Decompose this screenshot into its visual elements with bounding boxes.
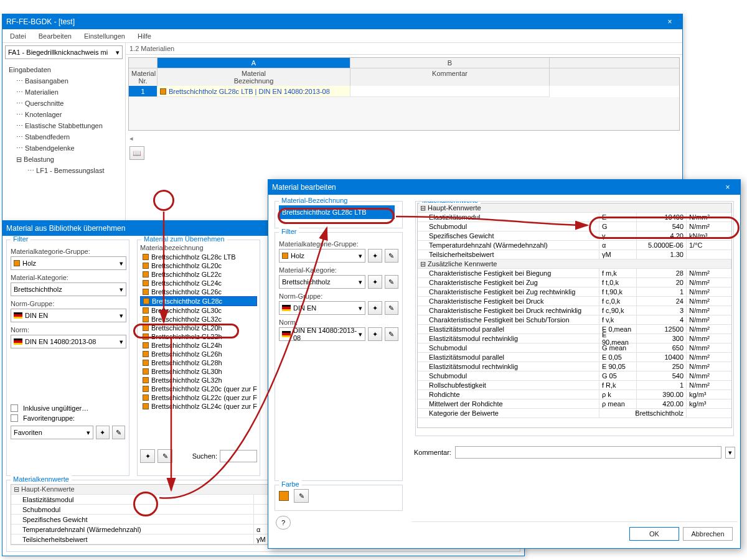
edit-button[interactable]: ✎ <box>157 449 172 463</box>
dlg-cat-combo[interactable]: Brettschichtholz▾ <box>279 275 365 289</box>
cat-combo[interactable]: Brettschichtholz▾ <box>11 282 126 296</box>
tree-item[interactable]: ⋯ Stabendgelenke <box>5 142 123 154</box>
list-item[interactable]: Brettschichtholz GL32c <box>140 315 257 324</box>
tree-item[interactable]: ⋯ Materialien <box>5 86 123 98</box>
list-item[interactable]: Brettschichtholz GL26c <box>140 287 257 296</box>
group-label: Materialkategorie-Gruppe: <box>11 248 125 255</box>
dlg-filter-title: Filter <box>279 228 299 235</box>
dlg-group-combo[interactable]: Holz▾ <box>279 249 365 263</box>
tree-item[interactable]: ⋯ Basisangaben <box>5 75 123 86</box>
list-item[interactable]: Brettschichtholz GL28c LTB <box>140 253 257 261</box>
apply-button[interactable]: ✎ <box>385 249 398 263</box>
material-color-icon <box>143 360 149 366</box>
prop-row: Rohdichteρ k390.00kg/m³ <box>418 390 731 399</box>
material-color-icon <box>143 403 149 409</box>
apply-button[interactable]: ✎ <box>385 301 398 315</box>
tree-item[interactable]: ⋯ Elastische Stabbettungen <box>5 120 123 131</box>
fav-new-button[interactable]: ✦ <box>96 426 109 439</box>
prop-row: Charakteristische Festigkeit bei Druckf … <box>418 297 731 306</box>
flag-de-icon <box>282 305 291 311</box>
help-button[interactable]: ? <box>276 516 291 530</box>
menu-file[interactable]: Datei <box>6 31 30 41</box>
menu-edit[interactable]: Bearbeiten <box>35 31 75 41</box>
list-item[interactable]: Brettschichtholz GL28c <box>140 296 257 306</box>
row-b[interactable] <box>350 86 550 97</box>
dlg-close-button[interactable]: × <box>719 183 736 192</box>
list-item[interactable]: Brettschichtholz GL26h <box>140 350 257 358</box>
fav-combo[interactable]: Favoriten▾ <box>11 426 93 439</box>
row-nr[interactable]: 1 <box>129 86 157 97</box>
nav-tree: Eingabedaten ⋯ Basisangaben⋯ Materialien… <box>2 62 125 223</box>
color-swatch[interactable] <box>279 491 289 501</box>
menu-settings[interactable]: Einstellungen <box>80 31 129 41</box>
prop-row: Spezifisches Gewichtγ4.20kN/m³ <box>418 231 731 241</box>
kommentar-input[interactable] <box>455 446 721 459</box>
list-item[interactable]: Brettschichtholz GL22h <box>140 332 257 341</box>
chevron-down-icon: ▾ <box>116 49 120 57</box>
library-button[interactable]: 📖 <box>129 146 144 160</box>
fav-apply-button[interactable]: ✎ <box>112 426 125 439</box>
material-list[interactable]: Brettschichtholz GL28c LTBBrettschichtho… <box>140 253 257 446</box>
list-item[interactable]: Brettschichtholz GL28h <box>140 358 257 367</box>
edit-material-dialog: Material bearbeiten × Material-Bezeichnu… <box>268 179 741 549</box>
fav-checkbox[interactable] <box>11 414 18 422</box>
apply-button[interactable]: ✎ <box>385 275 398 289</box>
list-header: Materialbezeichnung <box>140 243 257 253</box>
list-item[interactable]: Brettschichtholz GL30h <box>140 367 257 376</box>
search-input[interactable] <box>220 450 257 462</box>
material-grid[interactable]: A B Material Nr. Material Bezeichnung Ko… <box>128 57 680 131</box>
tree-item[interactable]: ⊟ Belastung <box>5 154 123 165</box>
material-color-icon <box>143 377 149 383</box>
apply-button[interactable]: ✎ <box>385 327 398 341</box>
list-item[interactable]: Brettschichtholz GL20c (quer zur Fa <box>140 385 257 393</box>
new-button[interactable]: ✦ <box>368 327 382 341</box>
dlg-normg-combo[interactable]: DIN EN▾ <box>279 301 365 315</box>
list-item[interactable]: Brettschichtholz GL20c <box>140 261 257 270</box>
material-name-input[interactable]: Brettschichtholz GL28c LTB <box>279 205 395 219</box>
invalid-checkbox[interactable] <box>11 404 18 412</box>
fa-selector[interactable]: FA1 - Biegedrillknicknachweis mi ▾ <box>5 45 123 59</box>
main-close-button[interactable]: × <box>661 17 679 26</box>
norm-combo[interactable]: DIN EN 14080:2013-08▾ <box>11 335 126 348</box>
tree-root[interactable]: Eingabedaten <box>5 64 123 75</box>
col-a-label: Material Bezeichnung <box>157 68 350 86</box>
list-item[interactable]: Brettschichtholz GL24c (quer zur Fa <box>140 402 257 411</box>
tree-item[interactable]: ⋯ LF1 - Bemessungslast <box>5 165 123 176</box>
color-title: Farbe <box>279 480 302 488</box>
props-table[interactable]: ⊟ Haupt-KennwerteElastizitätsmodulE10400… <box>417 203 732 428</box>
list-item[interactable]: Brettschichtholz GL24h <box>140 341 257 350</box>
prop-row: ElastizitätsmodulE10400N/mm² <box>418 213 731 222</box>
main-title: RF-FE-BGDK - [test] <box>6 17 661 26</box>
create-button[interactable]: ✦ <box>140 449 155 463</box>
material-color-icon <box>143 263 149 269</box>
kommentar-dropdown[interactable]: ▾ <box>725 447 735 459</box>
normg-combo[interactable]: DIN EN▾ <box>11 309 126 322</box>
color-swatch-icon <box>14 260 20 266</box>
tree-item[interactable]: ⋯ Querschnitte <box>5 98 123 109</box>
prop-row: Kategorie der BeiwerteBrettschichtholz <box>418 409 731 418</box>
new-button[interactable]: ✦ <box>368 275 382 289</box>
ok-button[interactable]: OK <box>629 527 679 541</box>
norm-label: Norm: <box>11 326 125 334</box>
new-button[interactable]: ✦ <box>368 301 382 315</box>
prop-row: Elastizitätsmodul parallelE 0,mean12500N… <box>418 325 731 334</box>
material-color-icon <box>143 254 149 260</box>
color-pick-button[interactable]: ✎ <box>294 489 309 503</box>
list-item[interactable]: Brettschichtholz GL30c <box>140 306 257 315</box>
list-item[interactable]: Brettschichtholz GL22c <box>140 270 257 279</box>
dlg-norm-combo[interactable]: DIN EN 14080:2013-08▾ <box>279 327 365 341</box>
prop-row: Elastizitätsmodul rechtwinkligE 90,05250… <box>418 362 731 371</box>
list-item[interactable]: Brettschichtholz GL24c <box>140 279 257 287</box>
tree-pane: FA1 - Biegedrillknicknachweis mi ▾ Einga… <box>2 43 126 223</box>
new-button[interactable]: ✦ <box>368 249 382 263</box>
menu-help[interactable]: Hilfe <box>134 31 155 41</box>
row-a[interactable]: Brettschichtholz GL28c LTB | DIN EN 1408… <box>157 86 350 97</box>
tree-item[interactable]: ⋯ Stabendfedern <box>5 131 123 142</box>
list-item[interactable]: Brettschichtholz GL20h <box>140 324 257 332</box>
group-combo[interactable]: Holz▾ <box>11 256 126 270</box>
dlg-title-bar: Material bearbeiten × <box>268 180 740 195</box>
list-item[interactable]: Brettschichtholz GL32h <box>140 376 257 385</box>
tree-item[interactable]: ⋯ Knotenlager <box>5 109 123 120</box>
list-item[interactable]: Brettschichtholz GL22c (quer zur Fa <box>140 393 257 402</box>
cancel-button[interactable]: Abbrechen <box>683 527 733 541</box>
